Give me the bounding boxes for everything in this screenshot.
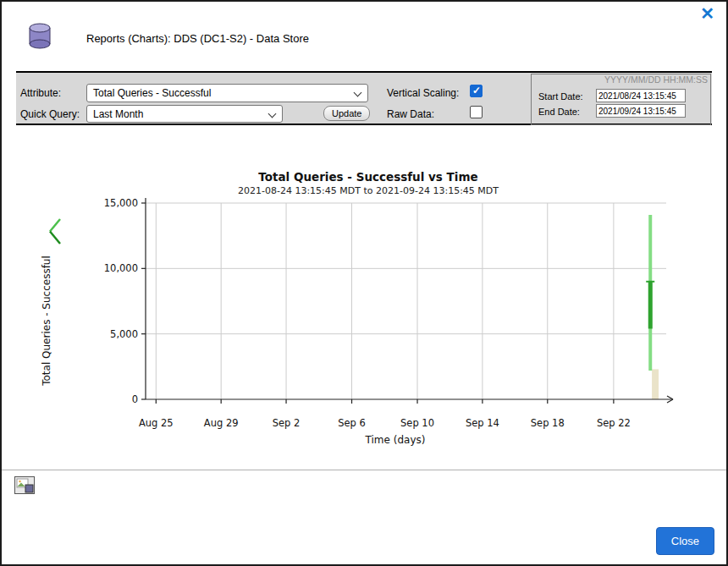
attribute-label: Attribute: — [20, 87, 61, 99]
svg-text:Time (days): Time (days) — [365, 434, 426, 446]
reports-chart-dialog: Reports (Charts): DDS (DC1-S2) - Data St… — [0, 0, 728, 566]
svg-text:2021-08-24 13:15:45 MDT to 202: 2021-08-24 13:15:45 MDT to 2021-09-24 13… — [238, 185, 499, 196]
svg-text:Aug 29: Aug 29 — [204, 417, 239, 429]
svg-text:5,000: 5,000 — [110, 328, 138, 340]
data-store-icon — [24, 20, 56, 54]
svg-text:Sep 10: Sep 10 — [400, 417, 434, 429]
raw-data-label: Raw Data: — [387, 108, 434, 120]
svg-text:Sep 2: Sep 2 — [273, 417, 301, 429]
svg-text:Total Queries - Successful vs: Total Queries - Successful vs Time — [258, 170, 477, 184]
save-chart-image-icon[interactable] — [14, 476, 35, 497]
start-date-input[interactable] — [596, 89, 686, 102]
date-range-group: YYYY/MM/DD HH:MM:SS Start Date: End Date… — [531, 74, 711, 125]
svg-text:Sep 22: Sep 22 — [597, 417, 631, 429]
svg-text:15,000: 15,000 — [104, 197, 138, 209]
quick-query-select-value: Last Month — [93, 108, 143, 120]
quick-query-label: Quick Query: — [20, 108, 80, 120]
svg-text:0: 0 — [132, 393, 138, 405]
svg-text:10,000: 10,000 — [104, 262, 138, 274]
toolbar: Attribute: Total Queries - Successful Qu… — [16, 71, 712, 125]
chart-canvas: Aug 25Aug 29Sep 2Sep 6Sep 10Sep 14Sep 18… — [2, 162, 728, 459]
attribute-select-value: Total Queries - Successful — [93, 87, 211, 99]
dialog-title: Reports (Charts): DDS (DC1-S2) - Data St… — [86, 32, 309, 45]
svg-text:Total Queries - Successful: Total Queries - Successful — [41, 256, 52, 387]
close-button[interactable]: Close — [656, 527, 714, 555]
attribute-select[interactable]: Total Queries - Successful — [86, 84, 368, 102]
vertical-scaling-label: Vertical Scaling: — [387, 87, 459, 99]
svg-text:Sep 6: Sep 6 — [338, 417, 366, 429]
end-date-label: End Date: — [538, 107, 580, 117]
vertical-scaling-checkbox[interactable] — [470, 85, 483, 97]
close-icon[interactable]: ✕ — [700, 5, 714, 22]
svg-text:Sep 14: Sep 14 — [466, 417, 499, 429]
chevron-down-icon — [268, 110, 277, 118]
raw-data-checkbox[interactable] — [470, 106, 483, 118]
date-format-hint: YYYY/MM/DD HH:MM:SS — [604, 74, 708, 85]
update-button[interactable]: Update — [323, 106, 370, 121]
start-date-label: Start Date: — [538, 91, 583, 102]
svg-text:Aug 25: Aug 25 — [139, 417, 174, 429]
end-date-input[interactable] — [596, 104, 686, 118]
quick-query-select[interactable]: Last Month — [86, 105, 283, 123]
svg-text:Sep 18: Sep 18 — [531, 417, 565, 429]
footer-divider — [2, 470, 726, 470]
chevron-down-icon — [354, 89, 362, 97]
